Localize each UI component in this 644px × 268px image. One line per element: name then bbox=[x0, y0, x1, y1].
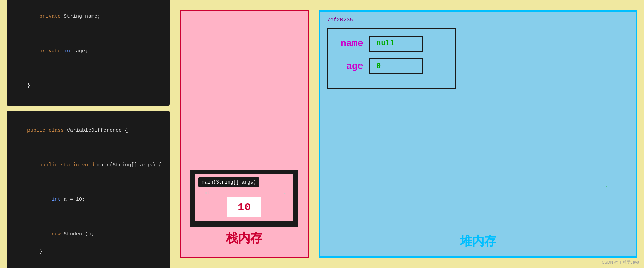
stack-frame-inner: main(String[] args) int a 10 bbox=[195, 174, 293, 221]
static-keyword: static bbox=[61, 162, 79, 168]
stack-var-row: int a bbox=[198, 190, 290, 195]
heap-field-age-label: age bbox=[336, 61, 363, 72]
void-keyword: void bbox=[82, 162, 94, 168]
public-keyword-2: public bbox=[39, 162, 58, 168]
heap-memory-panel: 7ef20235 name null age 0 . 堆内存 bbox=[319, 10, 637, 258]
left-panel: class Student { private String name; pri… bbox=[7, 0, 170, 268]
heap-field-name-label: name bbox=[336, 38, 363, 49]
watermark: CSDN @丁总学Java bbox=[602, 260, 639, 265]
heap-object: name null age 0 bbox=[327, 28, 456, 89]
stack-var-type: int bbox=[202, 190, 210, 195]
int-keyword-2: int bbox=[52, 197, 61, 203]
private-keyword-1: private bbox=[39, 14, 61, 19]
stack-var-value: 10 bbox=[227, 197, 261, 217]
stack-label: 栈内存 bbox=[226, 230, 262, 250]
class-keyword-2: class bbox=[48, 128, 64, 133]
heap-field-age-row: age 0 bbox=[336, 58, 447, 74]
heap-dot: . bbox=[605, 182, 609, 189]
variable-difference-block: public class VariableDifference { public… bbox=[7, 111, 170, 268]
private-keyword-2: private bbox=[39, 48, 61, 54]
heap-field-name-value: null bbox=[369, 36, 423, 52]
new-keyword: new bbox=[52, 231, 61, 237]
public-keyword-1: public bbox=[27, 128, 45, 133]
stack-var-name: a bbox=[284, 190, 287, 195]
stack-frame-title: main(String[] args) bbox=[198, 177, 259, 187]
int-keyword-1: int bbox=[64, 48, 73, 54]
heap-field-age-value: 0 bbox=[369, 58, 423, 74]
student-class-block: class Student { private String name; pri… bbox=[7, 0, 170, 106]
stack-frame: main(String[] args) int a 10 bbox=[190, 170, 298, 227]
heap-address: 7ef20235 bbox=[327, 17, 629, 23]
heap-field-name-row: name null bbox=[336, 36, 447, 52]
heap-label: 堆内存 bbox=[320, 233, 636, 250]
stack-memory-panel: main(String[] args) int a 10 栈内存 bbox=[180, 10, 309, 258]
